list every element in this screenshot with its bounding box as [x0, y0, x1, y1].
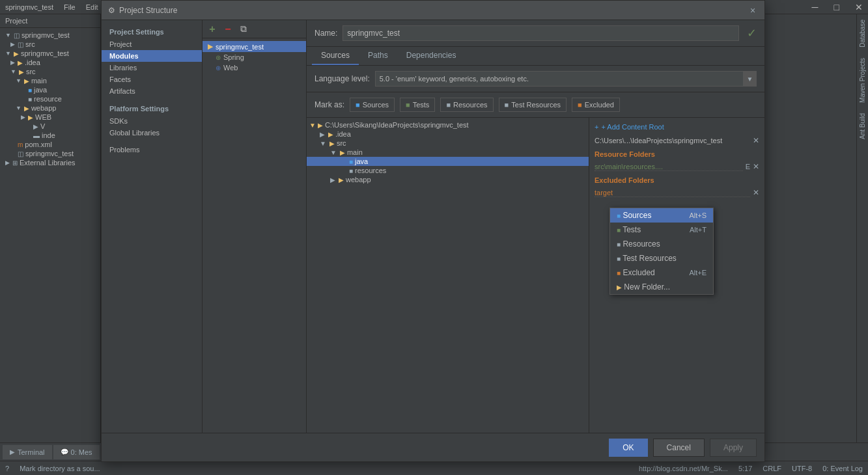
context-resources-icon: ■ [617, 241, 621, 248]
statusbar-help[interactable]: ? [5, 465, 9, 472]
tab-paths[interactable]: Paths [359, 47, 397, 65]
tree-item-main[interactable]: ▼ ▶ main [0, 76, 100, 85]
tree-item-java[interactable]: ▶ ■ java [0, 85, 100, 94]
info-path-close-button[interactable]: ✕ [753, 136, 759, 145]
settings-item-artifacts[interactable]: Artifacts [102, 85, 202, 97]
settings-item-libraries[interactable]: Libraries [102, 62, 202, 74]
tree-item-pom[interactable]: ▶ m pom.xml [0, 140, 100, 149]
tree-label: inde [42, 131, 55, 139]
settings-item-project[interactable]: Project [102, 38, 202, 50]
copy-module-button[interactable]: ⧉ [236, 22, 251, 36]
mark-as-row: Mark as: ■ Sources ■ Tests ■ Resources ■… [307, 92, 764, 118]
tree-label: External Libraries [20, 159, 76, 167]
dialog-body: Project Settings Project Modules Librari… [102, 20, 764, 433]
tree-label: resource [34, 95, 62, 103]
tree-item-project[interactable]: ▼ ▶ springmvc_test [0, 49, 100, 58]
database-tab[interactable]: Database [858, 14, 867, 53]
context-menu-resources[interactable]: ■ Resources [610, 237, 713, 251]
module-name: springmvc_test [216, 43, 264, 51]
arrow-icon: ▶ [10, 41, 15, 48]
context-menu-new-folder[interactable]: ▶ New Folder... [610, 280, 713, 294]
remove-module-button[interactable]: − [221, 22, 235, 36]
dialog-close-button[interactable]: × [748, 5, 758, 16]
menu-edit[interactable]: Edit [86, 3, 98, 11]
tree-item-webapp[interactable]: ▼ ▶ webapp [0, 103, 100, 113]
context-test-resources-icon: ■ [617, 255, 621, 262]
tree-item-web[interactable]: ▶ ▶ WEB [0, 113, 100, 122]
tab-dependencies[interactable]: Dependencies [397, 47, 466, 65]
tree-resources[interactable]: ▶ ■ resources [307, 166, 589, 175]
module-springmvc[interactable]: ▶ springmvc_test [203, 41, 306, 52]
lib-icon: ⊞ [12, 159, 18, 167]
tree-java[interactable]: ▶ ■ java [307, 157, 589, 166]
apply-button[interactable]: Apply [710, 439, 757, 457]
window-maximize[interactable]: □ [834, 2, 839, 12]
tree-main-label: main [347, 148, 363, 156]
menu-file[interactable]: File [64, 3, 76, 11]
file-icon: ◫ [18, 150, 23, 157]
maven-tab[interactable]: Maven Projects [858, 53, 867, 108]
language-level-value[interactable]: 5.0 - 'enum' keyword, generics, autoboxi… [375, 71, 744, 87]
resource-folder-close[interactable]: ✕ [753, 162, 759, 171]
settings-item-facets[interactable]: Facets [102, 74, 202, 85]
mark-test-resources-button[interactable]: ■ Test Resources [499, 98, 567, 112]
cancel-button[interactable]: Cancel [653, 439, 705, 457]
context-menu-excluded[interactable]: ■ Excluded Alt+E [610, 265, 713, 280]
add-module-button[interactable]: + [205, 22, 219, 36]
excluded-mark-icon: ■ [578, 101, 582, 109]
tree-item-external-libs[interactable]: ▶ ⊞ External Libraries [0, 158, 100, 167]
modules-tree: ▶ springmvc_test ⊛ Spring ⊕ Web [203, 38, 306, 433]
context-menu-test-resources[interactable]: ■ Test Resources [610, 251, 713, 265]
tree-item-idea[interactable]: ▶ ▶ .idea [0, 58, 100, 67]
terminal-tab[interactable]: ▶ Terminal [3, 445, 52, 459]
tree-item-src1[interactable]: ▶ ◫ src [0, 40, 100, 49]
module-icon: ◫ [14, 32, 20, 39]
arrow-icon: ▼ [16, 77, 21, 84]
modules-toolbar: + − ⧉ [203, 20, 306, 38]
ant-tab[interactable]: Ant Build [858, 108, 867, 144]
tree-root[interactable]: ▼ ▶ C:\Users\Sikang\IdeaProjects\springm… [307, 120, 589, 129]
settings-item-global-libs[interactable]: Global Libraries [102, 127, 202, 139]
tree-item-springmvc-file[interactable]: ▶ ◫ springmvc_test [0, 149, 100, 158]
mark-resources-button[interactable]: ■ Resources [440, 98, 493, 112]
module-web[interactable]: ⊕ Web [203, 62, 306, 73]
tree-label: V [40, 122, 45, 130]
tab-sources[interactable]: Sources [312, 47, 359, 65]
name-input[interactable] [343, 25, 739, 41]
tree-item-springmvc-root[interactable]: ▼ ◫ springmvc_test [0, 31, 100, 40]
mark-tests-button[interactable]: ■ Tests [400, 98, 435, 112]
settings-item-modules[interactable]: Modules [102, 50, 202, 62]
excluded-folder-close[interactable]: ✕ [753, 188, 759, 197]
mark-excluded-button[interactable]: ■ Excluded [572, 98, 620, 112]
tree-label: main [31, 77, 47, 85]
tree-src[interactable]: ▼ ▶ src [307, 139, 589, 148]
excluded-folder-item: target ✕ [595, 188, 759, 197]
module-spring[interactable]: ⊛ Spring [203, 52, 306, 62]
module-web-name: Web [223, 64, 238, 72]
statusbar-event-log[interactable]: 0: Event Log [822, 465, 863, 472]
tree-item-inde[interactable]: ▶ ▬ inde [0, 131, 100, 140]
add-content-root-button[interactable]: + + Add Content Root [595, 123, 759, 131]
settings-item-problems[interactable]: Problems [102, 144, 202, 156]
tree-webapp[interactable]: ▶ ▶ webapp [307, 175, 589, 184]
context-menu-sources[interactable]: ■ Sources Alt+S [610, 208, 713, 223]
modules-panel: + − ⧉ ▶ springmvc_test ⊛ Spring ⊕ Web [203, 20, 307, 433]
settings-item-sdks[interactable]: SDKs [102, 115, 202, 127]
language-level-row: Language level: 5.0 - 'enum' keyword, ge… [307, 66, 764, 92]
ok-button[interactable]: OK [609, 439, 647, 457]
tree-item-resources[interactable]: ▶ ■ resource [0, 94, 100, 103]
tree-item-v[interactable]: ▶ ▶ V [0, 122, 100, 131]
window-minimize[interactable]: ─ [812, 2, 819, 12]
tree-main[interactable]: ▼ ▶ main [307, 148, 589, 157]
mark-sources-button[interactable]: ■ Sources [350, 98, 395, 112]
tree-item-src2[interactable]: ▼ ▶ src [0, 67, 100, 76]
resource-edit-icon[interactable]: E [746, 163, 750, 170]
tree-idea[interactable]: ▶ ▶ .idea [307, 129, 589, 139]
tree-label: springmvc_test [21, 31, 70, 39]
window-close[interactable]: ✕ [855, 2, 863, 12]
context-menu-tests[interactable]: ■ Tests Alt+T [610, 223, 713, 237]
context-resources-label: Resources [623, 239, 660, 249]
language-level-dropdown[interactable]: ▼ [744, 71, 757, 87]
messages-tab[interactable]: 💬 0: Mes [53, 445, 100, 459]
context-sources-label: Sources [623, 211, 651, 220]
